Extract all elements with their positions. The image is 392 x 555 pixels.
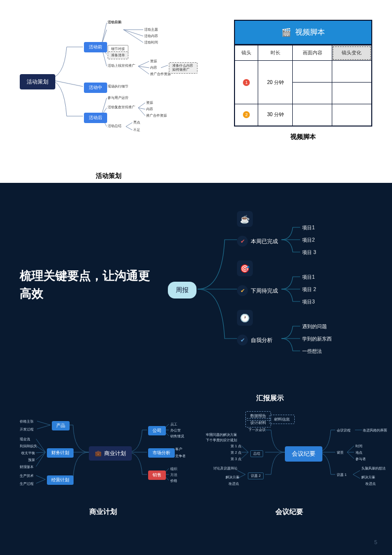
caption-video: 视频脚本	[234, 132, 372, 141]
mindmap-activity: 活动策划 活动前 活动中 活动后 活动目的 活动方案 活动主题 活动内容 活动时…	[20, 20, 197, 173]
caption-business: 商业计划	[20, 508, 186, 516]
mm-node-before: 活动前	[84, 42, 107, 52]
col-selected: 镜头变化	[332, 45, 372, 61]
hero-heading: 梳理关键要点，让沟通更高效	[20, 267, 153, 302]
camera-icon	[281, 28, 291, 37]
page-number: 5	[374, 539, 377, 545]
mm-node-after: 活动后	[84, 113, 107, 123]
video-header: 视频脚本	[234, 20, 372, 45]
mindmap-meeting: 数据报告 设计材料 材料信息 下一次会议 牢固问题的解决方案 下个季度的设计规划…	[206, 415, 372, 514]
wr-self: ✔自我分析	[237, 335, 273, 345]
mindmap-business: 💼商业计划 产品 财务计划 经营计划 公司 市场分析 销售 价格主张 开发过程 …	[20, 415, 186, 514]
bm-root: 💼商业计划	[89, 446, 132, 461]
wr-root: 周报	[168, 282, 196, 299]
wr-todo: ✔下周待完成	[237, 285, 278, 296]
mm-root: 活动策划	[20, 74, 55, 89]
mindmap-report: 周报 ☕ ✔本周已完成 🎯 ✔下周待完成 🕐 ✔自我分析 项目1 项目2 项目 …	[168, 203, 372, 400]
wr-done: ✔本周已完成	[237, 236, 278, 247]
caption-activity: 活动策划	[20, 171, 197, 180]
meeting-root: 会议纪要	[285, 446, 322, 462]
target-icon: 🎯	[237, 260, 253, 276]
caption-meeting: 会议纪要	[206, 508, 372, 516]
clock-icon: 🕐	[237, 310, 253, 326]
video-script-table: 视频脚本 镜头 时长 画面内容 镜头变化 1 20 分钟 2 30 分钟 视频脚…	[234, 20, 372, 173]
coffee-icon: ☕	[237, 211, 253, 227]
mm-node-during: 活动中	[84, 83, 107, 93]
caption-report: 汇报展示	[168, 394, 372, 403]
